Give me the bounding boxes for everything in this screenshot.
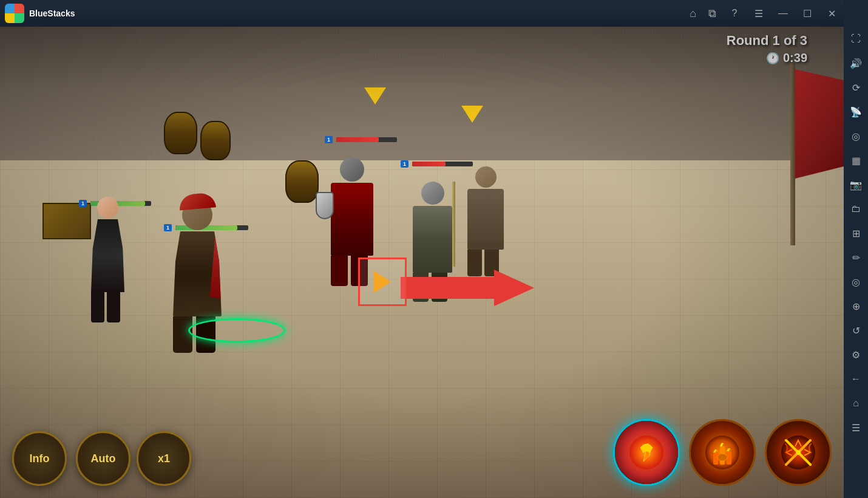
svg-point-5 — [717, 454, 727, 461]
player-character-1 — [91, 197, 124, 322]
enemy-marker-1 — [364, 87, 386, 104]
rotate-icon[interactable]: ⟳ — [845, 77, 867, 98]
location-icon[interactable]: ◎ — [845, 271, 867, 293]
back-nav-icon[interactable]: ← — [845, 368, 867, 390]
skill-3-icon — [767, 421, 830, 484]
info-button[interactable]: Info — [12, 431, 67, 486]
layout-icon[interactable]: ⊞ — [845, 222, 867, 244]
svg-point-9 — [796, 450, 801, 455]
enemy2-hp-fill — [412, 162, 446, 166]
fire-axe-svg — [628, 434, 665, 471]
timer-text: 0:39 — [783, 51, 807, 65]
barrel-prop-3 — [285, 160, 319, 203]
barrel-prop-1 — [164, 112, 197, 154]
player2-level: 1 — [164, 224, 172, 231]
player1-level: 1 — [79, 200, 87, 207]
title-bar: BlueStacks ⌂ ⧉ ? ☰ — ☐ ✕ — [0, 0, 844, 27]
volume-icon[interactable]: 🔊 — [845, 52, 867, 74]
restore-button[interactable]: ☐ — [795, 0, 819, 27]
crate-prop-1 — [42, 203, 91, 239]
skill-button-2[interactable] — [689, 419, 756, 486]
enemy1-level: 1 — [325, 136, 333, 143]
enemy-character-3 — [467, 166, 504, 276]
svg-rect-2 — [713, 452, 718, 465]
enemy2-level: 1 — [401, 160, 409, 168]
refresh-icon[interactable]: ↺ — [845, 319, 867, 341]
skill-1-icon — [615, 421, 678, 484]
help-button[interactable]: ? — [722, 0, 747, 27]
timer-icon: 🕐 — [766, 52, 779, 65]
barrel-prop-2 — [200, 121, 231, 160]
timer-row: 🕐 0:39 — [727, 51, 807, 65]
screenshot-icon[interactable]: 📷 — [845, 174, 867, 196]
flag-decoration — [778, 63, 795, 245]
apk-icon[interactable]: ▦ — [845, 149, 867, 171]
edit-icon[interactable]: ✏ — [845, 247, 867, 268]
menu-button[interactable]: ☰ — [747, 0, 771, 27]
eye-icon[interactable]: ◎ — [845, 125, 867, 147]
round-info-display: Round 1 of 3 🕐 0:39 — [727, 33, 807, 65]
game-area[interactable]: 1 1 1 1 — [0, 27, 844, 498]
layers-icon[interactable]: ⊕ — [845, 295, 867, 317]
cross-blades-svg — [780, 434, 816, 471]
recents-nav-icon[interactable]: ☰ — [845, 417, 867, 438]
bluestacks-logo — [5, 4, 24, 23]
fire-pillars-svg — [704, 434, 741, 471]
enemy-marker-2 — [461, 106, 483, 123]
minimize-button[interactable]: — — [771, 0, 795, 27]
close-button[interactable]: ✕ — [819, 0, 844, 27]
character-selection-circle — [188, 318, 285, 343]
round-text: Round 1 of 3 — [727, 33, 807, 49]
home-nav-icon[interactable]: ⌂ — [845, 392, 867, 414]
settings-icon[interactable]: ⚙ — [845, 344, 867, 366]
cast-icon[interactable]: 📡 — [845, 101, 867, 123]
right-sidebar: ⛶ 🔊 ⟳ 📡 ◎ ▦ 📷 🗀 ⊞ ✏ ◎ ⊕ ↺ ⚙ ← ⌂ ☰ — [844, 0, 868, 498]
skill-button-1[interactable] — [613, 419, 680, 486]
auto-button[interactable]: Auto — [76, 431, 131, 486]
folder-icon[interactable]: 🗀 — [845, 198, 867, 220]
enemy2-healthbar: 1 — [401, 160, 473, 168]
copy-button[interactable]: ⧉ — [708, 7, 716, 20]
enemy1-hp-fill — [336, 137, 379, 142]
fullscreen-icon[interactable]: ⛶ — [845, 28, 867, 50]
home-button[interactable]: ⌂ — [690, 7, 696, 20]
move-indicator[interactable] — [358, 258, 407, 306]
speed-button[interactable]: x1 — [137, 431, 191, 486]
tutorial-arrow — [401, 270, 534, 306]
app-name: BlueStacks — [29, 9, 75, 18]
play-triangle-icon — [374, 271, 391, 293]
skill-button-3[interactable] — [765, 419, 832, 486]
skill-2-icon — [691, 421, 754, 484]
enemy1-healthbar: 1 — [325, 136, 397, 143]
